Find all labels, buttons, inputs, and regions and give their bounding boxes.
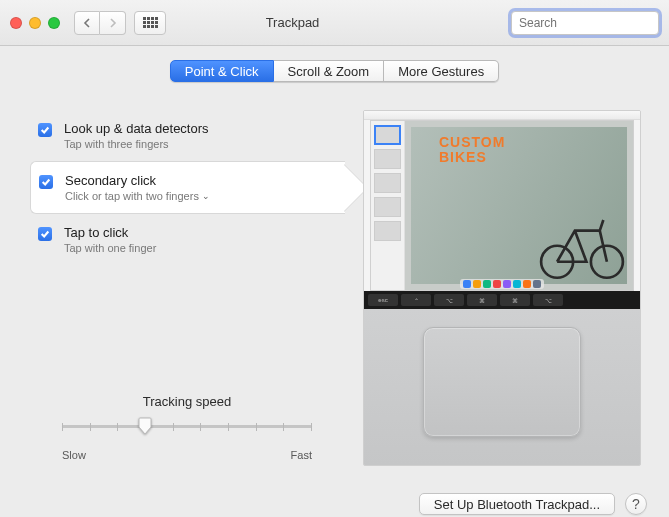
- preview-trackpad: [423, 327, 581, 437]
- option-lookup[interactable]: Look up & data detectors Tap with three …: [30, 110, 345, 161]
- tab-point-and-click[interactable]: Point & Click: [170, 60, 274, 82]
- slider-label: Tracking speed: [62, 394, 312, 409]
- dock-icon: [460, 279, 544, 289]
- tab-scroll-and-zoom[interactable]: Scroll & Zoom: [274, 60, 385, 82]
- option-title: Secondary click: [65, 173, 210, 188]
- option-secondary-click[interactable]: Secondary click Click or tap with two fi…: [30, 161, 345, 214]
- minimize-button[interactable]: [29, 17, 41, 29]
- gesture-preview: CUSTOM BIKES esc⌃⌥⌘⌘⌥: [363, 110, 641, 466]
- tracking-speed-slider[interactable]: [62, 417, 312, 445]
- checkbox-secondary-click[interactable]: [39, 175, 53, 189]
- search-field-wrap[interactable]: [511, 11, 659, 35]
- preview-touchbar: esc⌃⌥⌘⌘⌥: [364, 291, 640, 309]
- slider-max-label: Fast: [291, 449, 312, 461]
- preview-body: [364, 309, 640, 465]
- window-controls: [10, 17, 60, 29]
- preview-screen: CUSTOM BIKES: [364, 111, 640, 291]
- option-subtitle: Tap with one finger: [64, 242, 156, 254]
- bike-icon: [537, 204, 627, 284]
- slider-thumb[interactable]: [138, 417, 152, 435]
- pref-pane: Point & Click Scroll & Zoom More Gesture…: [0, 60, 669, 517]
- checkbox-tap-to-click[interactable]: [38, 227, 52, 241]
- tab-group: Point & Click Scroll & Zoom More Gesture…: [170, 60, 499, 82]
- setup-bluetooth-button[interactable]: Set Up Bluetooth Trackpad...: [419, 493, 615, 515]
- help-button[interactable]: ?: [625, 493, 647, 515]
- option-subtitle-dropdown[interactable]: Click or tap with two fingers ⌄: [65, 190, 210, 202]
- search-input[interactable]: [519, 16, 669, 30]
- option-title: Tap to click: [64, 225, 156, 240]
- option-title: Look up & data detectors: [64, 121, 209, 136]
- tracking-speed-block: Tracking speed Slow Fast: [62, 394, 312, 461]
- titlebar: Trackpad: [0, 0, 669, 46]
- option-tap-to-click[interactable]: Tap to click Tap with one finger: [30, 214, 345, 265]
- preview-headline-1: CUSTOM: [439, 135, 505, 150]
- zoom-button[interactable]: [48, 17, 60, 29]
- chevron-down-icon: ⌄: [202, 191, 210, 201]
- window-title: Trackpad: [82, 15, 503, 30]
- footer: Set Up Bluetooth Trackpad... ?: [419, 493, 647, 515]
- close-button[interactable]: [10, 17, 22, 29]
- option-subtitle: Tap with three fingers: [64, 138, 209, 150]
- tab-row: Point & Click Scroll & Zoom More Gesture…: [0, 60, 669, 82]
- checkbox-lookup[interactable]: [38, 123, 52, 137]
- options-list: Look up & data detectors Tap with three …: [30, 110, 345, 265]
- preview-headline-2: BIKES: [439, 150, 505, 165]
- slider-min-label: Slow: [62, 449, 86, 461]
- tab-more-gestures[interactable]: More Gestures: [384, 60, 499, 82]
